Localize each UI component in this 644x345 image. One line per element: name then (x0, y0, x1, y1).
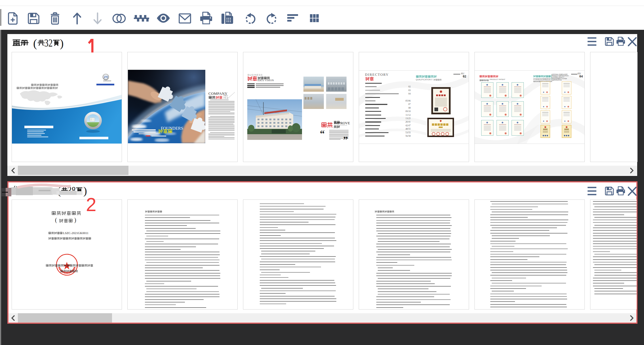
svg-text:(: ( (33, 37, 37, 50)
svg-text:ZY: ZY (104, 75, 108, 79)
svg-text:): ) (60, 37, 64, 50)
svg-text:32: 32 (44, 37, 53, 49)
